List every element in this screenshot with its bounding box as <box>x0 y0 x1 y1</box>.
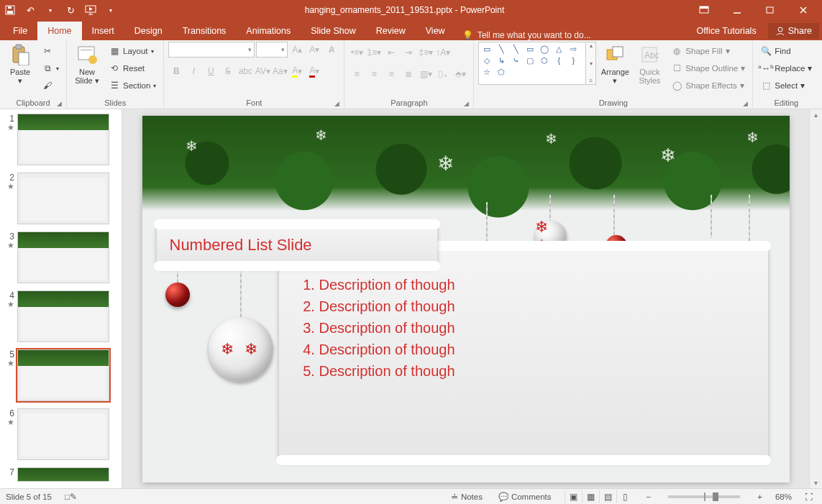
shape-outline-button[interactable]: ☐Shape Outline ▾ <box>668 60 748 76</box>
line-spacing-button[interactable]: ‡≡▾ <box>418 45 434 60</box>
increase-indent-button[interactable]: ⇥ <box>401 45 416 60</box>
thumb-6[interactable]: 6★ <box>3 408 119 460</box>
ribbon-options-icon[interactable] <box>688 0 720 20</box>
redo-icon[interactable]: ↻ <box>65 4 76 16</box>
minimize-button[interactable] <box>721 0 753 20</box>
thumb-2[interactable]: 2★ <box>3 173 119 224</box>
align-right-button[interactable]: ≡ <box>383 66 399 82</box>
zoom-level: 68% <box>775 492 792 501</box>
maximize-button[interactable] <box>754 0 786 20</box>
title-suffix: - PowerPoint <box>452 5 504 15</box>
font-name-combo[interactable] <box>168 42 255 58</box>
slide-canvas-area[interactable]: ❄ ❄ ❄ ❄ ❄ ❄ Descrip <box>122 109 809 488</box>
align-text-button[interactable]: ⌷▾ <box>435 66 451 82</box>
save-icon[interactable] <box>4 4 16 16</box>
vertical-scrollbar[interactable]: ▴ ▾ <box>809 109 822 488</box>
numbering-button[interactable]: 1≡▾ <box>366 45 382 60</box>
font-color-button[interactable]: A▾ <box>306 63 322 79</box>
tab-transitions[interactable]: Transitions <box>173 22 237 40</box>
slide-thumbnail-panel[interactable]: 1★ 2★ 3★ 4★ 5★ 6★ 7 <box>0 109 122 488</box>
normal-view-button[interactable]: ▣ <box>565 490 582 503</box>
copy-button[interactable]: ⧉▾ <box>39 60 62 76</box>
cut-button[interactable]: ✂ <box>39 43 62 59</box>
new-slide-button[interactable]: New Slide ▾ <box>71 42 103 85</box>
qat-customize-icon[interactable]: ▾ <box>105 4 117 16</box>
arrange-button[interactable]: Arrange▾ <box>599 42 631 85</box>
comments-button[interactable]: 💬Comments <box>496 492 554 502</box>
undo-icon[interactable]: ↶ <box>24 4 36 16</box>
italic-button[interactable]: I <box>186 63 201 79</box>
shadow-button[interactable]: abc <box>237 63 253 79</box>
clipboard-dialog-launcher[interactable]: ◢ <box>57 100 62 107</box>
scroll-down-icon[interactable]: ▾ <box>814 479 818 487</box>
char-spacing-button[interactable]: AV▾ <box>255 63 270 79</box>
replace-button[interactable]: ᵃ↔ᵇReplace ▾ <box>757 60 815 76</box>
scroll-up-icon[interactable]: ▴ <box>814 111 818 119</box>
clear-formatting-button[interactable]: A̷ <box>324 42 339 58</box>
smartart-button[interactable]: ⬘▾ <box>452 66 468 82</box>
justify-button[interactable]: ≣ <box>401 66 416 82</box>
fit-to-window-button[interactable]: ⛶ <box>802 492 816 501</box>
layout-button[interactable]: ▦Layout ▾ <box>106 43 159 59</box>
align-left-button[interactable]: ≡ <box>349 66 365 82</box>
thumb-4[interactable]: 4★ <box>3 290 119 342</box>
slide-position: Slide 5 of 15 <box>6 492 52 501</box>
section-button[interactable]: ☰Section ▾ <box>106 78 159 93</box>
strikethrough-button[interactable]: S̶ <box>220 63 236 79</box>
tab-animations[interactable]: Animations <box>236 22 301 40</box>
font-dialog-launcher[interactable]: ◢ <box>334 100 339 107</box>
tab-file[interactable]: File <box>3 22 37 40</box>
tell-me-search[interactable]: 💡 Tell me what you want to do... <box>455 30 690 40</box>
grow-font-button[interactable]: A▴ <box>289 42 305 58</box>
office-tutorials-link[interactable]: Office Tutorials <box>690 22 764 40</box>
content-plaque: Description of though Description of tho… <box>279 245 768 461</box>
find-button[interactable]: 🔍Find <box>757 43 815 59</box>
format-painter-button[interactable]: 🖌 <box>39 78 62 93</box>
sorter-view-button[interactable]: ▦ <box>582 490 599 503</box>
shrink-font-button[interactable]: A▾ <box>306 42 322 58</box>
start-slideshow-icon[interactable] <box>85 4 96 16</box>
tab-slideshow[interactable]: Slide Show <box>301 22 366 40</box>
undo-more-icon[interactable]: ▾ <box>45 4 56 16</box>
thumb-1[interactable]: 1★ <box>3 114 119 165</box>
tab-review[interactable]: Review <box>366 22 416 40</box>
bullets-button[interactable]: •≡▾ <box>349 45 365 60</box>
shape-effects-button[interactable]: ◯Shape Effects ▾ <box>668 78 748 93</box>
text-direction-button[interactable]: ↕A▾ <box>435 45 451 60</box>
align-center-button[interactable]: ≡ <box>366 66 382 82</box>
thumb-3[interactable]: 3★ <box>3 232 119 283</box>
thumb-7[interactable]: 7 <box>3 467 119 482</box>
notes-button[interactable]: ≐Notes <box>448 492 485 502</box>
reset-button[interactable]: ⟲Reset <box>106 60 159 76</box>
font-size-combo[interactable] <box>256 42 288 58</box>
tab-design[interactable]: Design <box>124 22 173 40</box>
quick-styles-button[interactable]: Abc Quick Styles <box>634 42 665 85</box>
zoom-out-button[interactable]: − <box>644 492 654 501</box>
slideshow-view-button[interactable]: ▯ <box>616 490 634 503</box>
paste-button[interactable]: Paste▾ <box>4 42 36 85</box>
highlight-button[interactable]: A▾ <box>289 63 305 79</box>
decrease-indent-button[interactable]: ⇤ <box>383 45 399 60</box>
underline-button[interactable]: U <box>203 63 219 79</box>
shapes-gallery-scroll[interactable]: ▴▾≡ <box>586 42 596 85</box>
zoom-slider[interactable] <box>668 495 740 498</box>
tab-insert[interactable]: Insert <box>82 22 124 40</box>
tab-home[interactable]: Home <box>37 22 81 40</box>
title-bar: ↶ ▾ ↻ ▾ hanging_ornaments_2011_19531.ppt… <box>0 0 822 20</box>
bold-button[interactable]: B <box>168 63 184 79</box>
drawing-dialog-launcher[interactable]: ◢ <box>743 100 748 107</box>
reading-view-button[interactable]: ▤ <box>599 490 616 503</box>
thumb-5[interactable]: 5★ <box>3 349 119 401</box>
share-button[interactable]: Share <box>768 23 819 39</box>
change-case-button[interactable]: Aa▾ <box>272 63 288 79</box>
columns-button[interactable]: ▥▾ <box>418 66 434 82</box>
zoom-in-button[interactable]: + <box>754 492 765 501</box>
tab-view[interactable]: View <box>416 22 455 40</box>
select-button[interactable]: ⬚Select ▾ <box>757 78 815 93</box>
spellcheck-button[interactable]: □✎ <box>62 492 80 502</box>
replace-icon: ᵃ↔ᵇ <box>760 63 772 74</box>
shapes-gallery[interactable]: ▭╲╲▭◯△ ⇨◇↳⤷▢⬡ {}☆⬠ <box>478 42 586 85</box>
close-button[interactable] <box>787 0 819 20</box>
paragraph-dialog-launcher[interactable]: ◢ <box>464 100 469 107</box>
shape-fill-button[interactable]: ◍Shape Fill ▾ <box>668 43 748 59</box>
